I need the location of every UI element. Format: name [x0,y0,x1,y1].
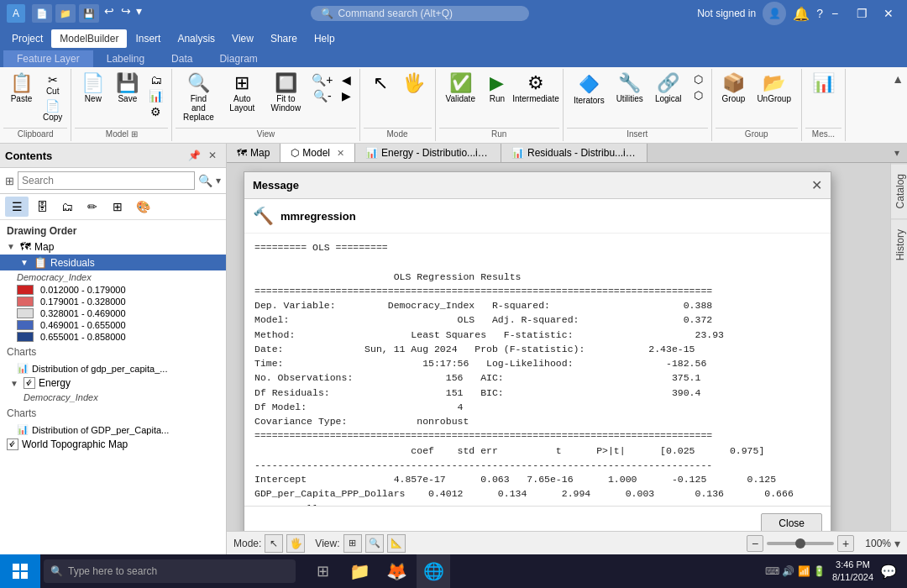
notification-center-icon[interactable]: 💬 [880,564,897,580]
world-map-checkbox[interactable]: ✓ [7,438,18,450]
copy-btn[interactable]: 📄 Copy [39,98,66,123]
close-btn[interactable]: ✕ [877,5,900,22]
tab-residuals[interactable]: 📊 Residuals - Distribu...ita_ppp_dollars [501,144,647,162]
menu-analysis[interactable]: Analysis [169,29,223,48]
notifications-icon[interactable]: 🔔 [793,6,810,22]
fit-window-btn[interactable]: 🔲 Fit to Window [265,72,307,114]
undo-btn[interactable]: ↩ [102,4,116,23]
select-mode-btn[interactable]: ↖ [365,72,396,94]
pan-mode-btn[interactable]: 🖐 [397,72,430,94]
edit-view-btn[interactable]: ✏ [81,197,104,217]
zoom-in-btn[interactable]: 🔍+ [308,72,336,87]
table-view-btn[interactable]: ⊞ [106,197,129,217]
zoom-out-btn[interactable]: 🔍- [308,88,336,103]
map-layer-item[interactable]: ▼ 🗺 Map [0,239,226,255]
group-btn[interactable]: 📦 Group [717,72,751,105]
zoom-slider[interactable] [767,542,834,545]
open-btn[interactable]: 📁 [55,4,76,23]
new-btn[interactable]: 📄 New [76,72,109,105]
search-icon[interactable]: 🔍 [198,174,212,187]
nav-fwd-btn[interactable]: ▶ [338,88,354,103]
taskbar-search[interactable]: 🔍 Type here to search [44,559,296,583]
save-btn[interactable]: 💾 [79,4,99,23]
history-tab[interactable]: History [891,218,907,270]
help-icon[interactable]: ? [816,7,823,20]
menu-help[interactable]: Help [306,29,343,48]
dialog-body[interactable]: ========= OLS ========= OLS Regression R… [244,234,831,506]
run-btn[interactable]: ▶ Run [482,72,512,105]
tab-map[interactable]: 🗺 Map [227,144,280,162]
layer-view-btn[interactable]: 🗂 [55,197,79,217]
color-view-btn[interactable]: 🎨 [131,197,155,217]
dialog-close-btn[interactable]: ✕ [811,177,822,193]
view-btn3[interactable]: 📐 [387,534,406,553]
find-replace-btn[interactable]: 🔍 Find and Replace [177,72,219,123]
ribbon-collapse-btn[interactable]: ▲ [889,69,907,141]
energy-checkbox[interactable]: ✓ [24,377,35,389]
utilities-btn[interactable]: 🔧 Utilities [611,72,648,105]
start-btn[interactable] [0,554,40,588]
insert-sub2[interactable]: ⬡ [690,88,706,102]
close-dialog-btn[interactable]: Close [761,513,822,531]
chart-item-1[interactable]: 📊 Distribution of gdp_per_capita_... [0,361,226,375]
nav-back-btn[interactable]: ◀ [338,72,354,87]
chart-item-2[interactable]: 📊 Distribution of GDP_per_Capita... [0,423,226,437]
world-map-item[interactable]: ✓ World Topographic Map [0,437,226,452]
catalog-tab[interactable]: Catalog [891,163,907,218]
menu-share[interactable]: Share [262,29,306,48]
mode-pan-btn[interactable]: 🖐 [286,534,305,553]
data-tab[interactable]: Data [158,50,206,67]
taskbar-firefox[interactable]: 🦊 [380,554,413,588]
taskbar-taskview[interactable]: ⊞ [306,554,339,588]
search-options-btn[interactable]: ▾ [216,175,221,186]
mode-select-btn[interactable]: ↖ [265,534,283,553]
diagram-tab[interactable]: Diagram [206,50,270,67]
view-btn2[interactable]: 🔍 [365,534,384,553]
menu-project[interactable]: Project [3,29,51,48]
paste-btn[interactable]: 📋 Paste [5,72,38,105]
energy-layer-item[interactable]: ▼ ✓ Energy [0,375,226,391]
cut-btn[interactable]: ✂ Cut [39,72,66,97]
user-avatar[interactable]: 👤 [763,2,786,25]
taskbar-arcgis[interactable]: 🌐 [417,554,450,588]
filter-icon[interactable]: ⊞ [5,175,14,187]
labeling-tab[interactable]: Labeling [93,50,158,67]
command-search[interactable]: 🔍 Command search (Alt+Q) [311,6,529,21]
ungroup-btn[interactable]: 📂 UnGroup [752,72,796,105]
intermediate-btn[interactable]: ⚙ Intermediate [514,72,558,105]
save-ribbon-btn[interactable]: 💾 Save [111,72,144,105]
tab-energy[interactable]: 📊 Energy - Distributio...ita_PPP_Dollars [355,144,501,162]
tab-overflow-btn[interactable]: ▾ [887,147,907,159]
menu-view[interactable]: View [223,29,262,48]
zoom-dropdown-btn[interactable]: ▾ [894,537,900,550]
iterators-btn[interactable]: 🔷 Iterators [569,72,610,107]
taskbar-time[interactable]: 3:46 PM 8/11/2024 [832,559,873,585]
model-btn3[interactable]: ⚙ [145,104,166,119]
view-btn1[interactable]: ⊞ [343,534,362,553]
validate-btn[interactable]: ✅ Validate [441,72,480,105]
minimize-btn[interactable]: − [823,5,847,22]
feature-layer-tab[interactable]: Feature Layer [3,50,93,67]
sidebar-pin-btn[interactable]: 📌 [186,147,202,164]
model-btn2[interactable]: 📊 [145,88,166,103]
close-model-tab[interactable]: ✕ [337,148,344,159]
insert-sub1[interactable]: ⬡ [690,72,706,87]
menu-modelbuilder[interactable]: ModelBuilder [51,29,127,48]
db-view-btn[interactable]: 🗄 [30,197,54,217]
mes-btn[interactable]: 📊 [807,72,840,94]
auto-layout-btn[interactable]: ⊞ Auto Layout [221,72,263,114]
restore-btn[interactable]: ❐ [850,5,873,22]
sidebar-close-btn[interactable]: ✕ [204,147,221,164]
new-doc-btn[interactable]: 📄 [32,4,52,23]
logical-btn[interactable]: 🔗 Logical [650,72,687,105]
dropdown-btn[interactable]: ▾ [136,4,142,23]
menu-insert[interactable]: Insert [127,29,169,48]
model-btn1[interactable]: 🗂 [145,72,166,87]
residuals-layer-item[interactable]: ▼ 📋 Residuals [0,255,226,270]
zoom-in-status-btn[interactable]: + [837,535,854,552]
tab-model[interactable]: ⬡ Model ✕ [280,144,355,162]
search-input[interactable] [18,171,195,190]
taskbar-explorer[interactable]: 📁 [343,554,376,588]
zoom-out-status-btn[interactable]: − [747,535,763,552]
redo-btn[interactable]: ↪ [119,4,133,23]
